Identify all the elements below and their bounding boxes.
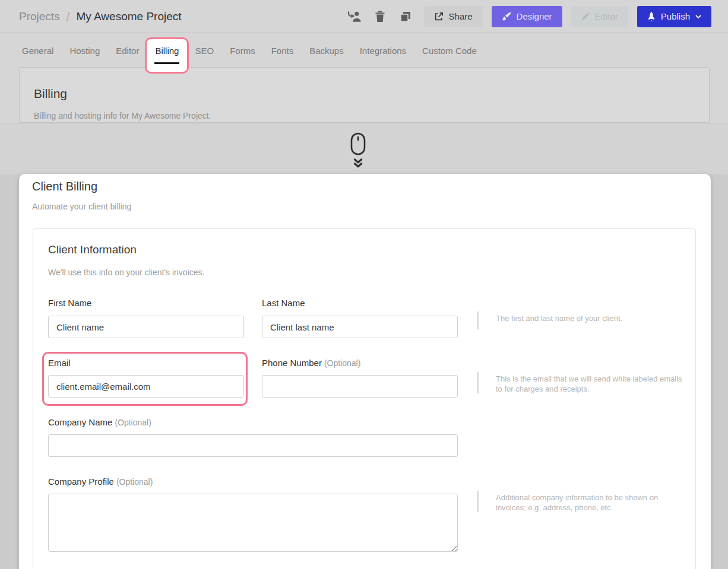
company-profile-label: Company Profile(Optional) <box>48 476 153 487</box>
breadcrumb-projects-link[interactable]: Projects <box>19 10 60 23</box>
company-name-input[interactable] <box>48 434 458 457</box>
breadcrumb-separator: / <box>67 9 70 24</box>
name-help: The first and last name of your client. <box>477 313 691 329</box>
company-profile-help-text: Additional company information to be sho… <box>496 492 686 513</box>
first-name-label: First Name <box>48 298 91 308</box>
first-name-input[interactable] <box>48 316 244 338</box>
company-profile-textarea[interactable] <box>48 494 458 552</box>
company-name-label-text: Company Name <box>48 417 112 427</box>
company-name-label: Company Name(Optional) <box>48 417 151 427</box>
share-button[interactable]: Share <box>424 6 483 27</box>
phone-label: Phone Number(Optional) <box>262 358 360 368</box>
billing-section-subtitle: Billing and hosting info for My Awesome … <box>34 111 211 120</box>
editor-button-label: Editor <box>595 11 618 21</box>
pencil-icon <box>581 12 590 21</box>
tab-forms[interactable]: Forms <box>230 46 255 56</box>
client-billing-title: Client Billing <box>32 180 97 193</box>
email-help-text: This is the email that we will send whit… <box>496 374 686 394</box>
scroll-hint-overlay <box>0 123 728 174</box>
email-help: This is the email that we will send whit… <box>477 374 691 394</box>
phone-input[interactable] <box>262 375 458 398</box>
tab-seo[interactable]: SEO <box>195 46 214 56</box>
help-divider <box>477 491 479 512</box>
tab-editor[interactable]: Editor <box>116 46 139 56</box>
last-name-label: Last Name <box>262 298 305 308</box>
email-input[interactable] <box>48 375 244 398</box>
phone-optional-tag: (Optional) <box>324 358 360 368</box>
transfer-user-icon <box>347 11 361 23</box>
last-name-input[interactable] <box>262 316 458 338</box>
publish-button-label: Publish <box>661 11 690 21</box>
trash-icon <box>375 11 385 22</box>
tab-integrations[interactable]: Integrations <box>360 46 406 56</box>
share-button-label: Share <box>449 11 473 21</box>
tab-general[interactable]: General <box>22 46 53 56</box>
client-information-subtitle: We'll use this info on your client's inv… <box>48 268 204 277</box>
help-divider <box>477 372 479 393</box>
duplicate-icon <box>400 11 411 22</box>
company-profile-help: Additional company information to be sho… <box>477 492 691 513</box>
publish-button[interactable]: Publish <box>637 6 711 27</box>
transfer-project-button[interactable] <box>347 9 362 24</box>
client-billing-subtitle: Automate your client billing <box>32 202 131 211</box>
tab-hosting[interactable]: Hosting <box>69 46 100 56</box>
settings-tabbar: General Hosting Editor Billing SEO Forms… <box>0 34 728 67</box>
mouse-scroll-down-icon <box>344 132 372 171</box>
header-actions: Share Designer Editor <box>347 6 711 27</box>
tab-backups[interactable]: Backups <box>309 46 344 56</box>
editor-button[interactable]: Editor <box>571 6 628 27</box>
paintbrush-icon <box>502 12 511 21</box>
name-help-text: The first and last name of your client. <box>496 313 686 329</box>
share-icon <box>434 12 444 21</box>
tab-billing[interactable]: Billing <box>155 46 179 56</box>
chevron-down-icon <box>695 15 701 18</box>
company-name-optional-tag: (Optional) <box>115 418 151 427</box>
company-profile-optional-tag: (Optional) <box>116 477 153 487</box>
duplicate-project-button[interactable] <box>398 9 413 24</box>
tab-billing-label: Billing <box>155 46 179 56</box>
company-profile-label-text: Company Profile <box>48 476 114 487</box>
delete-project-button[interactable] <box>373 9 387 24</box>
tab-custom-code[interactable]: Custom Code <box>422 46 477 56</box>
client-information-title: Client Information <box>48 243 137 256</box>
rocket-icon <box>647 12 656 21</box>
header: Projects / My Awesome Project <box>0 0 728 33</box>
client-information-section: Client Information We'll use this info o… <box>33 228 696 569</box>
client-billing-card: Client Billing Automate your client bill… <box>19 174 711 569</box>
tab-fonts[interactable]: Fonts <box>271 46 294 56</box>
billing-section-panel: Billing Billing and hosting info for My … <box>19 67 710 123</box>
help-divider <box>477 311 479 329</box>
designer-button[interactable]: Designer <box>492 6 562 27</box>
project-title: My Awesome Project <box>76 10 181 23</box>
active-tab-underline <box>154 62 179 64</box>
email-label: Email <box>48 358 71 368</box>
phone-label-text: Phone Number <box>262 358 322 368</box>
designer-button-label: Designer <box>517 11 552 21</box>
billing-section-title: Billing <box>34 87 67 101</box>
